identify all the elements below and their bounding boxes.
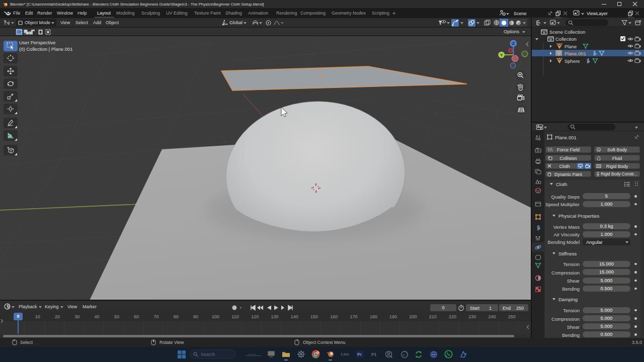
svg-text:Y: Y	[500, 53, 503, 57]
svg-text:User Perspective: User Perspective	[19, 40, 55, 45]
svg-text:Z: Z	[512, 41, 515, 46]
svg-text:X: X	[510, 49, 512, 52]
svg-text:(0) Collection | Plane.001: (0) Collection | Plane.001	[19, 46, 73, 52]
